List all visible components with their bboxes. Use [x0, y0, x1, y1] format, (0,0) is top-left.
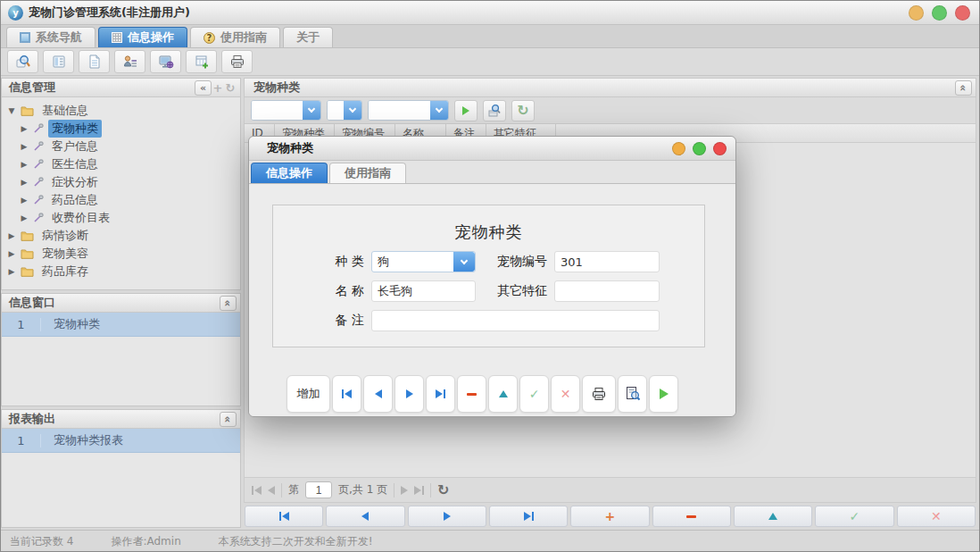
tree-node-pet-beauty[interactable]: ▶ 宠物美容 — [7, 245, 240, 263]
cancel-button[interactable]: ✕ — [551, 375, 580, 413]
collapse-left-button[interactable]: « — [195, 80, 212, 96]
feature-input[interactable] — [554, 280, 660, 302]
collapsed-arrow-icon[interactable]: ▶ — [7, 267, 16, 276]
user-tool-button[interactable] — [114, 50, 145, 73]
tab-system-nav[interactable]: 系统导航 — [6, 27, 96, 47]
filter-combo-2[interactable] — [327, 100, 362, 121]
dialog-close-button[interactable] — [713, 142, 727, 155]
record-next-button[interactable] — [408, 506, 486, 527]
collapse-up-button[interactable]: « — [955, 80, 972, 96]
pager-prev-button[interactable] — [268, 486, 275, 495]
pager-next-button[interactable] — [401, 486, 408, 495]
dialog-minimize-button[interactable] — [672, 142, 685, 155]
tree-label[interactable]: 基础信息 — [38, 102, 92, 120]
add-button[interactable]: 增加 — [287, 375, 330, 413]
dialog-tab-user-guide[interactable]: 使用指南 — [329, 163, 406, 183]
collapsed-arrow-icon[interactable]: ▶ — [20, 196, 29, 205]
tree-node-pet-type[interactable]: ▶ 宠物种类 — [7, 120, 240, 138]
last-record-button[interactable] — [426, 375, 455, 413]
chevron-down-icon[interactable] — [430, 101, 448, 120]
report-output-row[interactable]: 1 宠物种类报表 — [2, 429, 240, 453]
edit-record-button[interactable] — [488, 375, 518, 413]
tree-label[interactable]: 宠物美容 — [38, 245, 92, 263]
chevron-down-icon[interactable] — [303, 101, 320, 120]
collapsed-arrow-icon[interactable]: ▶ — [20, 213, 29, 222]
record-edit-button[interactable] — [734, 506, 812, 527]
search-tool-button[interactable] — [7, 50, 38, 73]
tree-label[interactable]: 药品库存 — [38, 263, 92, 280]
chevron-down-icon[interactable] — [453, 252, 475, 272]
info-window-row[interactable]: 1 宠物种类 — [2, 313, 240, 337]
filter-combo-3[interactable] — [368, 100, 449, 121]
status-message-text: 本系统支持二次开发和全新开发! — [219, 534, 373, 549]
type-select[interactable]: 狗 — [371, 251, 476, 272]
record-add-button[interactable]: + — [570, 506, 649, 527]
prev-record-button[interactable] — [363, 375, 393, 413]
tree-label[interactable]: 收费价目表 — [48, 209, 113, 227]
tree-label[interactable]: 症状分析 — [48, 173, 102, 191]
collapse-up-button[interactable]: « — [220, 296, 237, 311]
first-record-button[interactable] — [332, 375, 361, 413]
tab-info-operate[interactable]: 信息操作 — [98, 27, 187, 47]
tree-node-medicine-info[interactable]: ▶ 药品信息 — [7, 191, 240, 209]
tree-node-symptom-analysis[interactable]: ▶ 症状分析 — [7, 173, 240, 191]
tree-label[interactable]: 客户信息 — [48, 138, 102, 155]
window-title: 宠物门诊管理系统(非注册用户) — [29, 4, 190, 21]
tree-label[interactable]: 药品信息 — [48, 191, 102, 209]
tree-node-diagnosis[interactable]: ▶ 病情诊断 — [7, 227, 240, 245]
tab-about[interactable]: 关于 — [283, 27, 333, 47]
pager-last-button[interactable] — [414, 486, 424, 495]
tree-node-price-list[interactable]: ▶ 收费价目表 — [7, 209, 240, 227]
record-first-button[interactable] — [245, 506, 323, 527]
refresh-grid-button[interactable]: ↻ — [511, 100, 535, 121]
minimize-button[interactable] — [909, 5, 924, 21]
monitor-tool-button[interactable] — [150, 50, 181, 73]
record-cancel-button[interactable]: ✕ — [897, 506, 976, 527]
tree-label[interactable]: 医生信息 — [48, 155, 102, 173]
dialog-tab-info-operate[interactable]: 信息操作 — [251, 163, 328, 183]
tree-node-medicine-stock[interactable]: ▶ 药品库存 — [7, 263, 240, 280]
print-button[interactable] — [582, 375, 616, 413]
record-confirm-button[interactable]: ✓ — [815, 506, 893, 527]
record-delete-button[interactable] — [652, 506, 731, 527]
dialog-maximize-button[interactable] — [693, 142, 706, 155]
tab-user-guide[interactable]: ? 使用指南 — [190, 27, 280, 47]
form-tool-button[interactable] — [43, 50, 74, 73]
record-prev-button[interactable] — [326, 506, 404, 527]
note-input[interactable] — [371, 310, 660, 331]
pager-refresh-button[interactable]: ↻ — [437, 481, 449, 498]
filter-combo-1[interactable] — [251, 100, 321, 121]
collapsed-arrow-icon[interactable]: ▶ — [7, 231, 16, 240]
pager-page-input[interactable] — [305, 481, 332, 498]
expanded-arrow-icon[interactable]: ▼ — [7, 106, 16, 115]
printer-tool-button[interactable] — [221, 50, 253, 73]
tree-label[interactable]: 病情诊断 — [38, 227, 92, 245]
collapsed-arrow-icon[interactable]: ▶ — [7, 249, 16, 258]
print-preview-button[interactable] — [618, 375, 647, 413]
maximize-button[interactable] — [932, 5, 947, 21]
collapsed-arrow-icon[interactable]: ▶ — [20, 178, 29, 187]
table-add-tool-button[interactable] — [186, 50, 217, 73]
document-tool-button[interactable] — [79, 50, 110, 73]
chevron-down-icon[interactable] — [344, 101, 361, 120]
pager-first-button[interactable] — [252, 486, 262, 495]
record-last-button[interactable] — [489, 506, 568, 527]
run-button[interactable] — [649, 375, 678, 413]
run-filter-button[interactable] — [454, 100, 478, 121]
next-record-button[interactable] — [394, 375, 424, 413]
pet-code-input[interactable] — [554, 251, 660, 272]
confirm-button[interactable]: ✓ — [519, 375, 549, 413]
close-button[interactable] — [955, 5, 970, 21]
name-input[interactable] — [371, 280, 476, 302]
tree-node-doctor-info[interactable]: ▶ 医生信息 — [7, 155, 240, 173]
tree-node-base-info[interactable]: ▼ 基础信息 — [7, 102, 240, 120]
tree-label-selected[interactable]: 宠物种类 — [48, 120, 102, 138]
search-grid-button[interactable] — [483, 100, 506, 121]
collapsed-arrow-icon[interactable]: ▶ — [20, 124, 29, 133]
feature-label: 其它特征 — [476, 283, 554, 299]
collapsed-arrow-icon[interactable]: ▶ — [20, 142, 29, 151]
collapsed-arrow-icon[interactable]: ▶ — [20, 160, 29, 169]
tree-node-customer-info[interactable]: ▶ 客户信息 — [7, 138, 240, 155]
collapse-up-button[interactable]: « — [220, 412, 237, 427]
delete-record-button[interactable] — [457, 375, 486, 413]
